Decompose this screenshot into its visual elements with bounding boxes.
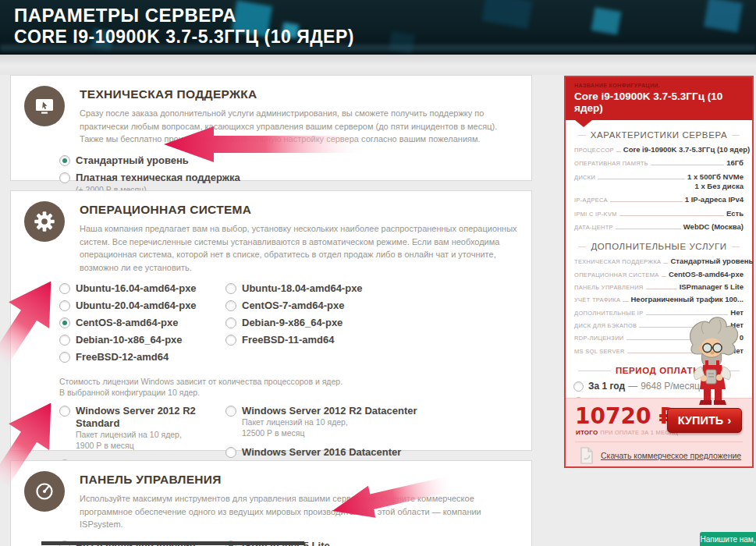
os-title: ОПЕРАЦИОННАЯ СИСТЕМА bbox=[80, 203, 519, 217]
radio-ubuntu-1804[interactable] bbox=[225, 283, 236, 294]
os-description: Наша компания предлагает вам на выбор, у… bbox=[80, 222, 519, 274]
radio-ubuntu-1604[interactable] bbox=[59, 283, 70, 294]
windows-option[interactable]: Windows Server 2012 R2 Datacenter Пакет … bbox=[225, 405, 417, 438]
page: ПАРАМЕТРЫ СЕРВЕРА CORE I9-10900K 3.7-5.3… bbox=[0, 0, 756, 546]
spec-row: IP-АДРЕСА 1 IP-адреса IPv4 bbox=[574, 195, 744, 204]
os-option[interactable]: Ubuntu-20.04-amd64-pxe bbox=[59, 300, 225, 312]
page-title: ПАРАМЕТРЫ СЕРВЕРА CORE I9-10900K 3.7-5.3… bbox=[14, 5, 354, 48]
service-row: ТЕХНИЧЕСКАЯ ПОДДЕРЖКА Стандартный уровен… bbox=[574, 257, 744, 266]
specs-heading: ХАРАКТЕРИСТИКИ СЕРВЕРА bbox=[573, 130, 744, 140]
spec-row: ОПЕРАТИВНАЯ ПАМЯТЬ 16Гб bbox=[574, 158, 744, 168]
page-title-line1: ПАРАМЕТРЫ СЕРВЕРА bbox=[14, 5, 354, 27]
gear-icon bbox=[31, 208, 58, 235]
os-option[interactable]: Ubuntu-18.04-amd64-pxe bbox=[225, 282, 363, 295]
header-decor-square bbox=[481, 0, 532, 29]
support-option-standard[interactable]: Стандартный уровень bbox=[59, 154, 531, 167]
radio-centos-7[interactable] bbox=[225, 300, 236, 311]
radio-debian-9[interactable] bbox=[225, 317, 236, 328]
spec-row: ДИСКИ 1 x 500Гб NVMe1 x Без диска bbox=[574, 172, 744, 192]
windows-license-note: Стоимость лицензии Windows зависит от ко… bbox=[59, 376, 531, 398]
os-card: ОПЕРАЦИОННАЯ СИСТЕМА Наша компания предл… bbox=[10, 190, 532, 451]
os-option[interactable]: CentOS-8-amd64-pxe bbox=[59, 317, 225, 329]
radio-win2012r2-standard[interactable] bbox=[59, 406, 70, 417]
radio-period-1year[interactable] bbox=[573, 381, 584, 392]
band-notch bbox=[575, 120, 592, 127]
mascot-illustration bbox=[665, 315, 751, 409]
support-icon-circle bbox=[24, 86, 65, 126]
radio-centos-8[interactable] bbox=[59, 317, 70, 328]
os-option[interactable]: CentOS-7-amd64-pxe bbox=[225, 300, 363, 312]
spec-row: ДАТА-ЦЕНТР WebDC (Москва) bbox=[574, 222, 744, 232]
config-name-label: НАЗВАНИЕ КОНФИГУРАЦИИ. bbox=[574, 83, 744, 88]
pdf-icon bbox=[580, 447, 594, 464]
page-title-line2: CORE I9-10900K 3.7-5.3ГГЦ (10 ЯДЕР) bbox=[14, 27, 354, 48]
contact-label: Напишите нам, bbox=[701, 535, 756, 544]
panel-card: ПАНЕЛЬ УПРАВЛЕНИЯ Используйте максимум и… bbox=[10, 460, 532, 546]
os-icon-circle bbox=[24, 201, 65, 242]
header-sub-band bbox=[0, 55, 756, 75]
order-summary-card: НАЗВАНИЕ КОНФИГУРАЦИИ. Core i9-10900K 3.… bbox=[564, 76, 754, 468]
option-label: Платная техническая поддержка bbox=[76, 172, 240, 184]
radio-win2016-datacenter[interactable] bbox=[225, 447, 236, 458]
windows-option[interactable]: Windows Server 2012 R2 Standard Пакет ли… bbox=[59, 405, 225, 451]
panel-icon-circle bbox=[24, 471, 65, 512]
radio-support-standard[interactable] bbox=[59, 155, 70, 166]
option-label: Стандартный уровень bbox=[76, 154, 189, 167]
header-decor-square bbox=[704, 0, 743, 33]
radio-freebsd-11[interactable] bbox=[225, 335, 236, 346]
support-description: Сразу после заказа дополнительной услуги… bbox=[80, 107, 519, 146]
config-name-band: НАЗВАНИЕ КОНФИГУРАЦИИ. Core i9-10900K 3.… bbox=[566, 77, 752, 120]
os-option[interactable]: FreeBSD-12-amd64 bbox=[59, 351, 225, 363]
panel-title: ПАНЕЛЬ УПРАВЛЕНИЯ bbox=[80, 473, 519, 487]
services-heading: ДОПОЛНИТЕЛЬНЫЕ УСЛУГИ bbox=[573, 242, 744, 251]
page-header: ПАРАМЕТРЫ СЕРВЕРА CORE I9-10900K 3.7-5.3… bbox=[0, 0, 756, 55]
service-row: ОПЕРАЦИОННАЯ СИСТЕМА CentOS-8-amd64-pxe bbox=[574, 270, 744, 279]
download-offer[interactable]: Скачать коммерческое предложение bbox=[580, 447, 741, 464]
footer-divider bbox=[575, 441, 743, 442]
monitor-icon bbox=[32, 94, 57, 119]
support-card: ТЕХНИЧЕСКАЯ ПОДДЕРЖКА Сразу после заказа… bbox=[10, 75, 532, 181]
buy-button[interactable]: КУПИТЬ› bbox=[667, 408, 742, 433]
os-option[interactable]: Debian-10-x86_64-pxe bbox=[59, 334, 225, 346]
radio-ubuntu-2004[interactable] bbox=[59, 300, 70, 311]
radio-win2012r2-datacenter[interactable] bbox=[225, 406, 236, 417]
download-offer-link[interactable]: Скачать коммерческое предложение bbox=[601, 451, 741, 460]
support-title: ТЕХНИЧЕСКАЯ ПОДДЕРЖКА bbox=[80, 87, 519, 101]
bottom-widget-bar bbox=[41, 541, 304, 545]
header-decor-square bbox=[591, 7, 622, 34]
spec-row: IPMI С IP-KVM Есть bbox=[574, 209, 744, 218]
os-option[interactable]: Debian-9-x86_64-pxe bbox=[225, 317, 363, 329]
service-row: ПАНЕЛЬ УПРАВЛЕНИЯ ISPmanager 5 Lite bbox=[574, 282, 744, 292]
panel-description: Используйте максимум инструментов для уп… bbox=[80, 492, 519, 531]
contact-button[interactable]: Напишите нам, bbox=[700, 532, 756, 546]
os-option[interactable]: FreeBSD-11-amd64 bbox=[225, 334, 363, 346]
radio-debian-10[interactable] bbox=[59, 335, 70, 346]
config-name-value: Core i9-10900K 3.7-5.3ГГц (10 ядер) bbox=[574, 90, 744, 114]
os-option[interactable]: Ubuntu-16.04-amd64-pxe bbox=[59, 282, 225, 295]
gauge-icon bbox=[32, 479, 57, 504]
radio-support-paid[interactable] bbox=[59, 172, 70, 183]
spec-row: ПРОЦЕССОР Core i9-10900K 3.7-5.3ГГц (10 … bbox=[574, 145, 744, 154]
radio-freebsd-12[interactable] bbox=[59, 352, 70, 363]
service-row: УЧЁТ ТРАФИКА Неограниченный трафик 100..… bbox=[574, 295, 744, 304]
